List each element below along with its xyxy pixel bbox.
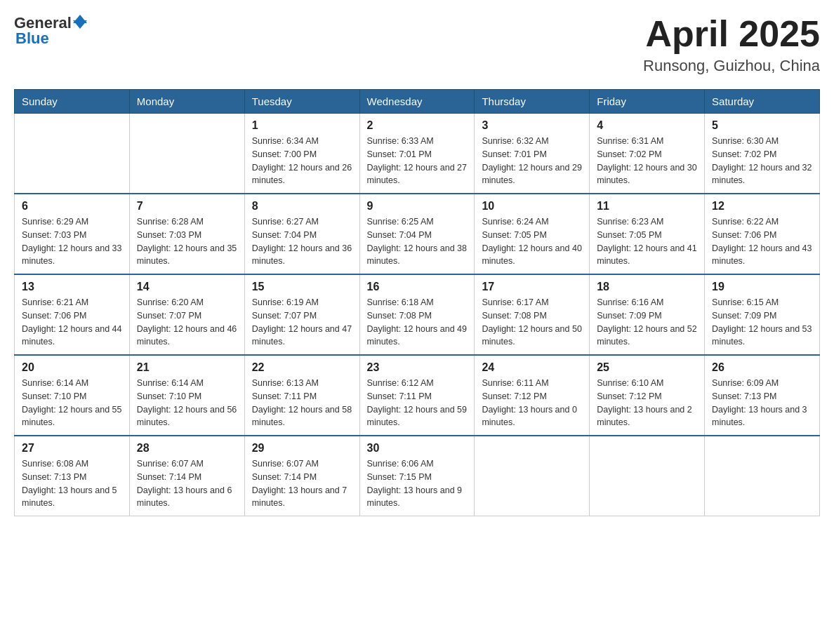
day-number: 10 [482,200,582,213]
day-number: 15 [252,281,352,293]
day-info: Sunrise: 6:28 AMSunset: 7:03 PMDaylight:… [137,215,237,268]
day-number: 22 [252,361,352,374]
calendar-header-row: Sunday Monday Tuesday Wednesday Thursday… [15,90,820,114]
day-info: Sunrise: 6:16 AMSunset: 7:09 PMDaylight:… [597,296,697,349]
table-row: 19Sunrise: 6:15 AMSunset: 7:09 PMDayligh… [705,274,820,355]
table-row: 3Sunrise: 6:32 AMSunset: 7:01 PMDaylight… [475,114,590,194]
day-number: 18 [597,281,697,293]
page-title: April 2025 [643,14,820,54]
day-info: Sunrise: 6:32 AMSunset: 7:01 PMDaylight:… [482,135,582,187]
day-number: 19 [712,281,812,293]
calendar-table: Sunday Monday Tuesday Wednesday Thursday… [14,89,820,516]
table-row: 24Sunrise: 6:11 AMSunset: 7:12 PMDayligh… [475,355,590,436]
table-row: 10Sunrise: 6:24 AMSunset: 7:05 PMDayligh… [475,194,590,274]
table-row: 15Sunrise: 6:19 AMSunset: 7:07 PMDayligh… [244,274,359,355]
table-row [705,436,820,516]
table-row: 7Sunrise: 6:28 AMSunset: 7:03 PMDaylight… [129,194,244,274]
col-monday: Monday [129,90,244,114]
day-info: Sunrise: 6:10 AMSunset: 7:12 PMDaylight:… [597,377,697,429]
day-info: Sunrise: 6:09 AMSunset: 7:13 PMDaylight:… [712,377,812,429]
day-info: Sunrise: 6:07 AMSunset: 7:14 PMDaylight:… [252,457,352,510]
day-number: 17 [482,281,582,293]
day-info: Sunrise: 6:30 AMSunset: 7:02 PMDaylight:… [712,135,812,187]
table-row [590,436,705,516]
day-number: 27 [22,442,122,455]
col-tuesday: Tuesday [244,90,359,114]
day-info: Sunrise: 6:14 AMSunset: 7:10 PMDaylight:… [22,377,122,429]
table-row: 9Sunrise: 6:25 AMSunset: 7:04 PMDaylight… [359,194,475,274]
day-info: Sunrise: 6:15 AMSunset: 7:09 PMDaylight:… [712,296,812,349]
day-number: 25 [597,361,697,374]
table-row [129,114,244,194]
calendar-week-row: 6Sunrise: 6:29 AMSunset: 7:03 PMDaylight… [15,194,820,274]
col-friday: Friday [590,90,705,114]
page-location: Runsong, Guizhou, China [643,57,820,75]
col-saturday: Saturday [705,90,820,114]
table-row: 26Sunrise: 6:09 AMSunset: 7:13 PMDayligh… [705,355,820,436]
table-row: 28Sunrise: 6:07 AMSunset: 7:14 PMDayligh… [129,436,244,516]
day-info: Sunrise: 6:14 AMSunset: 7:10 PMDaylight:… [137,377,237,429]
table-row: 12Sunrise: 6:22 AMSunset: 7:06 PMDayligh… [705,194,820,274]
day-info: Sunrise: 6:24 AMSunset: 7:05 PMDaylight:… [482,215,582,268]
title-block: April 2025 Runsong, Guizhou, China [643,14,820,75]
day-info: Sunrise: 6:29 AMSunset: 7:03 PMDaylight:… [22,215,122,268]
day-info: Sunrise: 6:27 AMSunset: 7:04 PMDaylight:… [252,215,352,268]
day-number: 4 [597,119,697,132]
day-info: Sunrise: 6:12 AMSunset: 7:11 PMDaylight:… [367,377,468,429]
day-number: 20 [22,361,122,374]
day-info: Sunrise: 6:06 AMSunset: 7:15 PMDaylight:… [367,457,468,510]
col-sunday: Sunday [15,90,130,114]
day-number: 30 [367,442,468,455]
table-row: 18Sunrise: 6:16 AMSunset: 7:09 PMDayligh… [590,274,705,355]
day-number: 14 [137,281,237,293]
table-row: 2Sunrise: 6:33 AMSunset: 7:01 PMDaylight… [359,114,475,194]
day-info: Sunrise: 6:18 AMSunset: 7:08 PMDaylight:… [367,296,468,349]
table-row: 1Sunrise: 6:34 AMSunset: 7:00 PMDaylight… [244,114,359,194]
day-info: Sunrise: 6:22 AMSunset: 7:06 PMDaylight:… [712,215,812,268]
calendar-week-row: 27Sunrise: 6:08 AMSunset: 7:13 PMDayligh… [15,436,820,516]
day-info: Sunrise: 6:33 AMSunset: 7:01 PMDaylight:… [367,135,468,187]
day-number: 23 [367,361,468,374]
table-row: 5Sunrise: 6:30 AMSunset: 7:02 PMDaylight… [705,114,820,194]
day-number: 6 [22,200,122,213]
day-number: 28 [137,442,237,455]
table-row: 4Sunrise: 6:31 AMSunset: 7:02 PMDaylight… [590,114,705,194]
table-row: 20Sunrise: 6:14 AMSunset: 7:10 PMDayligh… [15,355,130,436]
day-info: Sunrise: 6:11 AMSunset: 7:12 PMDaylight:… [482,377,582,429]
day-number: 5 [712,119,812,132]
day-info: Sunrise: 6:34 AMSunset: 7:00 PMDaylight:… [252,135,352,187]
page-header: General Blue April 2025 Runsong, Guizhou… [14,14,820,75]
col-wednesday: Wednesday [359,90,475,114]
day-number: 11 [597,200,697,213]
table-row: 8Sunrise: 6:27 AMSunset: 7:04 PMDaylight… [244,194,359,274]
day-info: Sunrise: 6:07 AMSunset: 7:14 PMDaylight:… [137,457,237,510]
table-row: 25Sunrise: 6:10 AMSunset: 7:12 PMDayligh… [590,355,705,436]
table-row: 29Sunrise: 6:07 AMSunset: 7:14 PMDayligh… [244,436,359,516]
day-info: Sunrise: 6:08 AMSunset: 7:13 PMDaylight:… [22,457,122,510]
day-number: 13 [22,281,122,293]
day-number: 16 [367,281,468,293]
logo-blue: Blue [14,29,49,48]
table-row: 14Sunrise: 6:20 AMSunset: 7:07 PMDayligh… [129,274,244,355]
calendar-week-row: 1Sunrise: 6:34 AMSunset: 7:00 PMDaylight… [15,114,820,194]
table-row: 21Sunrise: 6:14 AMSunset: 7:10 PMDayligh… [129,355,244,436]
day-info: Sunrise: 6:25 AMSunset: 7:04 PMDaylight:… [367,215,468,268]
day-info: Sunrise: 6:31 AMSunset: 7:02 PMDaylight:… [597,135,697,187]
day-number: 26 [712,361,812,374]
day-number: 8 [252,200,352,213]
table-row [15,114,130,194]
table-row: 17Sunrise: 6:17 AMSunset: 7:08 PMDayligh… [475,274,590,355]
day-number: 2 [367,119,468,132]
day-number: 21 [137,361,237,374]
day-number: 12 [712,200,812,213]
day-number: 9 [367,200,468,213]
day-info: Sunrise: 6:20 AMSunset: 7:07 PMDaylight:… [137,296,237,349]
calendar-week-row: 20Sunrise: 6:14 AMSunset: 7:10 PMDayligh… [15,355,820,436]
col-thursday: Thursday [475,90,590,114]
table-row: 6Sunrise: 6:29 AMSunset: 7:03 PMDaylight… [15,194,130,274]
table-row [475,436,590,516]
logo: General Blue [14,14,87,48]
day-number: 3 [482,119,582,132]
calendar-week-row: 13Sunrise: 6:21 AMSunset: 7:06 PMDayligh… [15,274,820,355]
table-row: 23Sunrise: 6:12 AMSunset: 7:11 PMDayligh… [359,355,475,436]
